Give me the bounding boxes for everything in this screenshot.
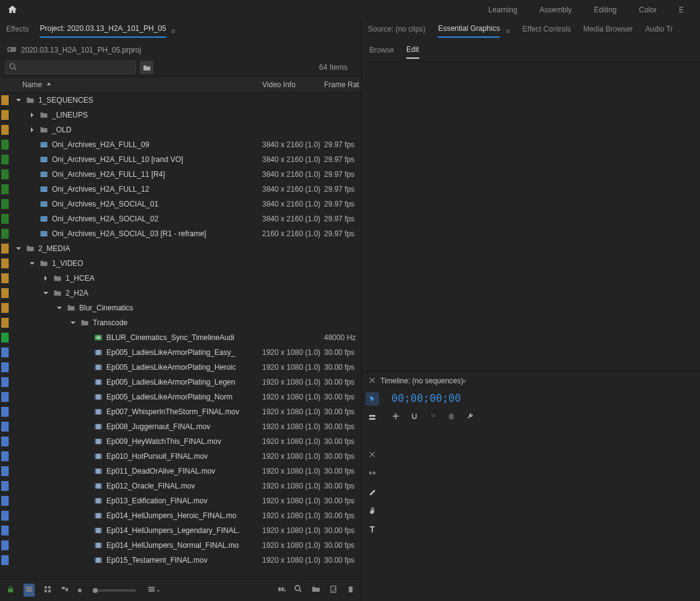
tab-audio-track[interactable]: Audio Tr [645,25,673,37]
workspace-assembly[interactable]: Assembly [529,0,583,20]
tab-project[interactable]: Project: 2020.03.13_H2A_101_PH_05 [40,24,166,38]
label-color-chip[interactable] [1,496,9,506]
label-color-chip[interactable] [1,511,9,521]
project-row[interactable]: Ep013_Edification_FINAL.mov1920 x 1080 (… [0,493,361,508]
new-item-button[interactable] [329,585,338,595]
project-row[interactable]: Ep010_HotPursuit_FINAL.mov1920 x 1080 (1… [0,449,361,464]
project-row[interactable]: Ep015_Testament_FINAL.mov1920 x 1080 (1.… [0,553,361,568]
find-button[interactable] [294,585,303,595]
label-color-chip[interactable] [1,95,9,105]
chevron-right-icon[interactable] [42,275,49,282]
project-row[interactable]: 1_VIDEO [0,256,361,271]
label-color-chip[interactable] [1,466,9,476]
project-row[interactable]: Ep005_LadiesLikeArmorPlating_Legen1920 x… [0,375,361,390]
chevron-down-icon[interactable] [69,319,77,326]
workspace-learning[interactable]: Learning [477,0,529,20]
tab-effect-controls[interactable]: Effect Controls [523,25,571,37]
label-color-chip[interactable] [1,437,9,446]
list-view-button[interactable] [23,584,35,597]
label-color-chip[interactable] [1,333,9,343]
label-color-chip[interactable] [1,407,9,417]
label-color-chip[interactable] [1,481,9,491]
chevron-right-icon[interactable] [28,126,36,134]
label-color-chip[interactable] [1,273,9,283]
project-row[interactable]: Ep008_Juggernaut_FINAL.mov1920 x 1080 (1… [0,419,361,434]
chevron-down-icon[interactable] [15,96,22,104]
label-color-chip[interactable] [1,288,9,298]
subtab-browse[interactable]: Browse [369,46,394,58]
label-color-chip[interactable] [1,347,9,357]
project-row[interactable]: Ep005_LadiesLikeArmorPlating_Norm1920 x … [0,390,361,404]
close-panel-icon[interactable] [369,377,375,385]
project-row[interactable]: 1_SEQUENCES [0,93,361,108]
chevron-down-icon[interactable] [42,289,49,297]
auto-sequence-button[interactable] [277,585,286,595]
linked-selection-icon[interactable] [429,412,437,422]
project-row[interactable]: Ep011_DeadOrAlive_FINAL.mov1920 x 1080 (… [0,464,361,479]
column-header-name[interactable]: Name [22,80,262,89]
label-color-chip[interactable] [1,169,9,179]
snap-icon[interactable] [410,412,419,422]
workspace-editing[interactable]: Editing [583,0,628,20]
label-color-chip[interactable] [1,451,9,461]
timecode-display[interactable]: 00;00;00;00 [383,390,700,407]
project-row[interactable]: 2_MEDIA [0,241,361,256]
thumbnail-zoom-slider[interactable] [93,589,136,592]
sort-menu-button[interactable] [147,585,161,595]
project-row[interactable]: Ep014_HellJumpers_Heroic_FINAL.mo1920 x … [0,508,361,523]
project-row[interactable]: Ep007_WhisperInTheStorm_FINAL.mov1920 x … [0,404,361,419]
project-row[interactable]: Oni_Archives_H2A_FULL_10 [rand VO]3840 x… [0,152,361,167]
label-color-chip[interactable] [1,140,9,150]
label-color-chip[interactable] [1,362,9,372]
marker-icon[interactable] [447,412,456,422]
tab-essential-graphics[interactable]: Essential Graphics [438,24,500,38]
trash-button[interactable] [346,585,355,595]
project-row[interactable]: _LINEUPS [0,108,361,122]
column-header-frame-rate[interactable]: Frame Rat [324,80,361,89]
project-row[interactable]: Blur_Cinematics [0,300,361,315]
slip-tool[interactable] [365,466,379,480]
project-row[interactable]: Ep014_HellJumpers_Normal_FINAL.mo1920 x … [0,538,361,553]
hand-tool[interactable] [365,503,379,517]
label-color-chip[interactable] [1,110,9,120]
chevron-right-icon[interactable] [28,111,36,119]
panel-menu-icon[interactable]: ≡ [171,27,175,35]
project-row[interactable]: 2_H2A [0,286,361,300]
label-color-chip[interactable] [1,214,9,224]
project-row[interactable]: 1_HCEA [0,271,361,286]
chevron-down-icon[interactable] [15,245,22,252]
project-row[interactable]: Oni_Archives_H2A_SOCIAL_013840 x 2160 (1… [0,197,361,211]
project-row[interactable]: Ep012_Oracle_FINAL.mov1920 x 1080 (1.0)3… [0,479,361,493]
project-row[interactable]: Ep005_LadiesLikeArmorPlating_Easy_1920 x… [0,345,361,360]
panel-menu-icon[interactable]: ≡ [506,27,510,35]
new-bin-button[interactable] [312,585,320,595]
chevron-down-icon[interactable] [28,260,36,267]
tab-media-browser[interactable]: Media Browser [583,25,633,37]
settings-icon[interactable] [466,412,474,422]
project-row[interactable]: Transcode [0,315,361,330]
label-color-chip[interactable] [1,258,9,268]
label-color-chip[interactable] [1,303,9,313]
subtab-edit[interactable]: Edit [406,45,419,59]
type-tool[interactable] [365,522,379,535]
project-row[interactable]: Oni_Archives_H2A_FULL_093840 x 2160 (1.0… [0,137,361,152]
chevron-down-icon[interactable] [56,304,63,312]
freeform-view-button[interactable] [61,585,69,595]
workspace-color[interactable]: Color [628,0,668,20]
label-color-chip[interactable] [1,244,9,254]
label-color-chip[interactable] [1,229,9,239]
track-select-tool[interactable] [365,411,379,424]
workspace-e[interactable]: E [668,0,695,20]
project-row[interactable]: _OLD [0,122,361,137]
ripple-edit-tool[interactable] [365,429,379,443]
project-row[interactable]: Ep009_HeyWatchThis_FINAL.mov1920 x 1080 … [0,434,361,449]
label-color-chip[interactable] [1,155,9,164]
label-color-chip[interactable] [1,526,9,535]
tab-source[interactable]: Source: (no clips) [368,25,425,37]
selection-tool[interactable] [365,392,379,406]
home-icon[interactable] [5,4,17,16]
lock-icon[interactable] [6,585,15,595]
pen-tool[interactable] [365,485,379,498]
label-color-chip[interactable] [1,392,9,402]
label-color-chip[interactable] [1,377,9,387]
